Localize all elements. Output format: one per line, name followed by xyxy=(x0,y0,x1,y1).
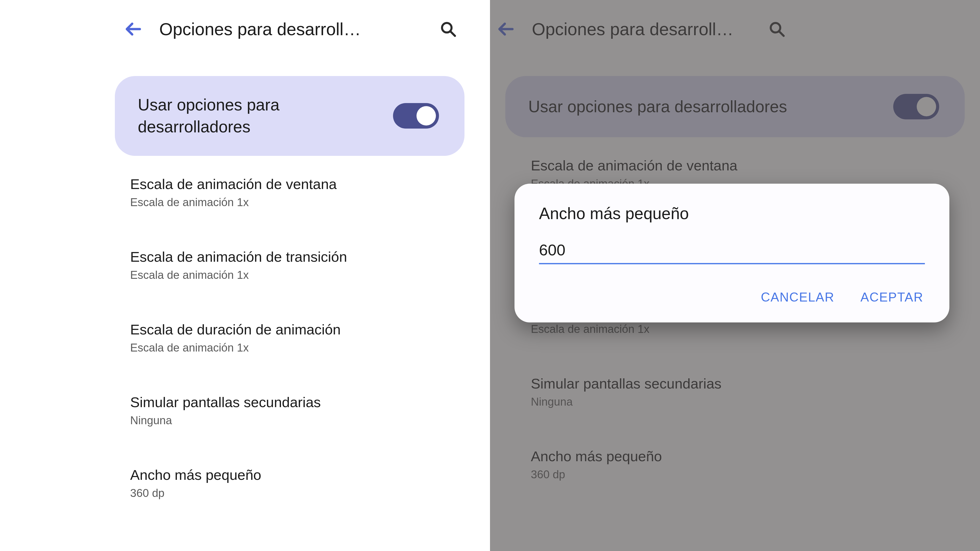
setting-subtitle: Escala de animación 1x xyxy=(130,341,465,354)
app-bar: Opciones para desarroll… xyxy=(490,0,980,56)
setting-subtitle: Escala de animación 1x xyxy=(130,196,465,209)
screenshot-developer-options: Opciones para desarroll… Usar opciones p… xyxy=(0,0,490,551)
setting-subtitle: Escala de animación 1x xyxy=(531,323,955,335)
setting-title: Ancho más pequeño xyxy=(531,448,955,465)
toggle-switch[interactable] xyxy=(893,94,939,119)
smallest-width-dialog: Ancho más pequeño CANCELAR ACEPTAR xyxy=(514,184,950,322)
setting-title: Escala de animación de ventana xyxy=(531,157,955,174)
setting-subtitle: Escala de animación 1x xyxy=(130,268,465,281)
setting-title: Ancho más pequeño xyxy=(130,467,465,483)
setting-smallest-width[interactable]: Ancho más pequeño 360 dp xyxy=(130,447,465,519)
arrow-back-icon xyxy=(124,20,143,38)
appbar-title: Opciones para desarroll… xyxy=(159,19,433,39)
svg-line-2 xyxy=(450,32,455,36)
setting-window-animation-scale[interactable]: Escala de animación de ventana Escala de… xyxy=(130,156,465,229)
use-developer-options-toggle-row[interactable]: Usar opciones para desarrolladores xyxy=(115,76,465,156)
setting-smallest-width[interactable]: Ancho más pequeño 360 dp xyxy=(531,428,955,501)
setting-title: Simular pantallas secundarias xyxy=(130,394,465,410)
smallest-width-input[interactable] xyxy=(539,238,925,264)
setting-title: Escala de duración de animación xyxy=(130,321,465,338)
setting-duration-animation-scale[interactable]: Escala de duración de animación Escala d… xyxy=(130,301,465,374)
setting-subtitle: 360 dp xyxy=(531,468,955,481)
toggle-switch[interactable] xyxy=(393,103,439,129)
appbar-title: Opciones para desarroll… xyxy=(532,19,762,39)
setting-simulate-secondary-displays[interactable]: Simular pantallas secundarias Ninguna xyxy=(531,355,955,428)
cancel-button[interactable]: CANCELAR xyxy=(759,287,836,307)
back-button[interactable] xyxy=(491,14,522,44)
dialog-title: Ancho más pequeño xyxy=(539,204,925,223)
search-icon xyxy=(440,21,456,37)
search-icon xyxy=(769,21,785,37)
toggle-label: Usar opciones para desarrolladores xyxy=(528,96,883,118)
svg-line-5 xyxy=(779,32,783,36)
setting-simulate-secondary-displays[interactable]: Simular pantallas secundarias Ninguna xyxy=(130,374,465,447)
app-bar: Opciones para desarroll… xyxy=(0,0,490,56)
screenshot-developer-options-dialog: Opciones para desarroll… Usar opciones p… xyxy=(490,0,980,551)
setting-transition-animation-scale[interactable]: Escala de animación de transición Escala… xyxy=(130,229,465,301)
setting-title: Escala de animación de transición xyxy=(130,248,465,265)
setting-subtitle: Ninguna xyxy=(531,395,955,408)
arrow-back-icon xyxy=(497,20,515,38)
search-button[interactable] xyxy=(433,14,463,44)
use-developer-options-toggle-row[interactable]: Usar opciones para desarrolladores xyxy=(505,76,965,137)
setting-title: Escala de animación de ventana xyxy=(130,176,465,192)
toggle-label: Usar opciones para desarrolladores xyxy=(138,94,383,138)
setting-subtitle: Ninguna xyxy=(130,414,465,427)
back-button[interactable] xyxy=(118,14,149,44)
setting-subtitle: 360 dp xyxy=(130,487,465,499)
setting-title: Simular pantallas secundarias xyxy=(531,375,955,392)
search-button[interactable] xyxy=(762,14,792,44)
accept-button[interactable]: ACEPTAR xyxy=(859,287,925,307)
